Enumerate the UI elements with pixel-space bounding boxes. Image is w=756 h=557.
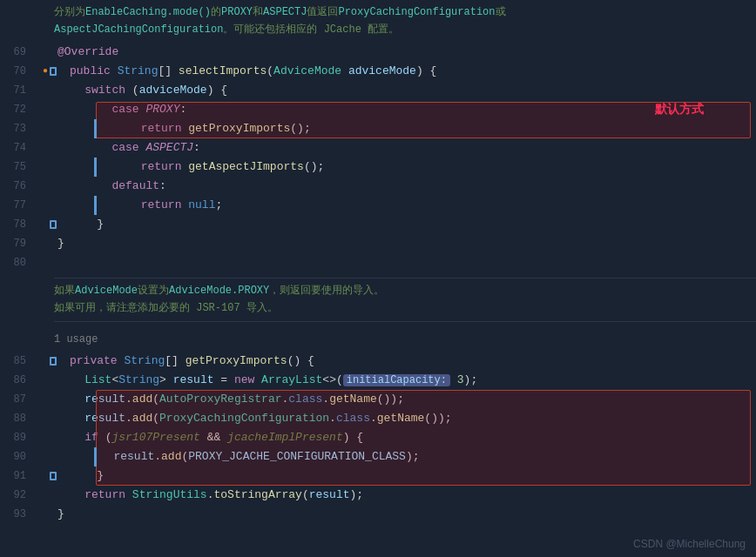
line-content-92: return StringUtils.toStringArray(result)… — [54, 486, 756, 505]
code-line-69: 69 @Override — [0, 43, 756, 62]
code-line-89: 89 if (jsr107Present && jcacheImplPresen… — [0, 428, 756, 447]
line-content-93: } — [54, 505, 756, 524]
line-content-72: case PROXY: — [54, 100, 756, 119]
line-content-75: return getAspectJImports(); — [54, 158, 756, 177]
line-number: 78 — [0, 218, 37, 231]
highlight-block-2: 87 result.add(AutoProxyRegistrar.class.g… — [0, 390, 756, 486]
line-content-86: List<String> result = new ArrayList<>(in… — [54, 371, 756, 390]
bookmark-91 — [50, 472, 57, 480]
line-content-73: return getProxyImports(); — [54, 119, 756, 138]
line-number: 75 — [0, 161, 37, 173]
code-line-72: 72 case PROXY: — [0, 100, 756, 119]
bookmark-85 — [50, 357, 57, 366]
line-number: 87 — [0, 393, 37, 406]
default-label: 默认方式 — [655, 102, 704, 117]
code-line-91: 91 } — [0, 466, 756, 486]
line-number: 73 — [0, 123, 37, 135]
line-number: 92 — [0, 489, 37, 501]
line-content-87: result.add(AutoProxyRegistrar.class.getN… — [54, 390, 756, 409]
code-line-74: 74 case ASPECTJ: — [0, 138, 756, 158]
watermark: CSDN @MichelleChung — [633, 538, 746, 550]
line-content-85: private String[] getProxyImports() { — [54, 352, 756, 371]
code-line-87: 87 result.add(AutoProxyRegistrar.class.g… — [0, 390, 756, 409]
code-line-78: 78 } — [0, 215, 756, 234]
divider-top — [54, 278, 756, 278]
usage-label: 1 usage — [0, 331, 756, 348]
top-comment-line2: AspectJCachingConfiguration。可能还包括相应的 JCa… — [54, 21, 756, 38]
line-content-70: public String[] selectImports(AdviceMode… — [54, 62, 756, 81]
line-content-89: if (jsr107Present && jcacheImplPresent) … — [54, 428, 756, 447]
line-number: 70 — [0, 65, 37, 77]
line-number: 85 — [0, 355, 37, 367]
line-content-71: switch (adviceMode) { — [54, 81, 756, 100]
line-number: 91 — [0, 470, 37, 482]
code-line-76: 76 default: — [0, 177, 756, 196]
blue-left-bar — [94, 119, 97, 138]
line-number: 72 — [0, 104, 37, 116]
line-content-79: } — [54, 234, 756, 253]
code-editor: 分别为EnableCaching.mode()的PROXY和ASPECTJ值返回… — [0, 0, 756, 557]
bottom-comment-line2: 如果可用，请注意添加必要的 JSR-107 导入。 — [54, 299, 756, 317]
code-line-70: 70 ● public String[] selectImports(Advic… — [0, 62, 756, 81]
top-comment-block: 分别为EnableCaching.mode()的PROXY和ASPECTJ值返回… — [0, 0, 756, 43]
line-content-80 — [54, 253, 756, 272]
line-content-78: } — [54, 215, 756, 234]
top-comment-line1: 分别为EnableCaching.mode()的PROXY和ASPECTJ值返回… — [54, 3, 756, 21]
line-number: 71 — [0, 84, 37, 97]
code-line-75: 75 return getAspectJImports(); — [0, 158, 756, 177]
bottom-comment-block: 如果AdviceMode设置为AdviceMode.PROXY，则返回要使用的导… — [0, 272, 756, 327]
line-content-88: result.add(ProxyCachingConfiguration.cla… — [54, 409, 756, 428]
code-line-71: 71 switch (adviceMode) { — [0, 81, 756, 100]
bottom-comment-line1: 如果AdviceMode设置为AdviceMode.PROXY，则返回要使用的导… — [54, 282, 756, 299]
line-number: 77 — [0, 199, 37, 211]
code-line-92: 92 return StringUtils.toStringArray(resu… — [0, 486, 756, 505]
line-content-69: @Override — [54, 43, 756, 62]
line-content-76: default: — [54, 177, 756, 196]
line-number: 86 — [0, 374, 37, 386]
highlight-block-1: 默认方式 72 case PROXY: 73 return getProxyIm… — [0, 100, 756, 138]
line-content-90: result.add(PROXY_JCACHE_CONFIGURATION_CL… — [54, 447, 756, 466]
code-line-93: 93 } — [0, 505, 756, 524]
line-number: 88 — [0, 413, 37, 425]
line-content-74: case ASPECTJ: — [54, 138, 756, 158]
line-number: 80 — [0, 257, 37, 269]
code-line-90: 90 result.add(PROXY_JCACHE_CONFIGURATION… — [0, 447, 756, 466]
line-number: 89 — [0, 432, 37, 444]
line-number: 79 — [0, 238, 37, 250]
line-content-77: return null; — [54, 196, 756, 215]
code-line-80: 80 — [0, 253, 756, 272]
line-number: 76 — [0, 180, 37, 192]
line-number: 93 — [0, 508, 37, 520]
bookmark-78 — [50, 220, 57, 229]
code-line-77: 77 return null; — [0, 196, 756, 215]
blue-left-bar-90 — [94, 447, 97, 466]
code-line-73: 73 return getProxyImports(); — [0, 119, 756, 138]
divider-bottom — [54, 321, 756, 322]
code-line-79: 79 } — [0, 234, 756, 253]
line-number: 69 — [0, 46, 37, 58]
code-line-85: 85 private String[] getProxyImports() { — [0, 352, 756, 371]
blue-left-bar-77 — [94, 196, 97, 215]
blue-left-bar-75 — [94, 158, 97, 177]
code-line-88: 88 result.add(ProxyCachingConfiguration.… — [0, 409, 756, 428]
line-number: 74 — [0, 142, 37, 154]
line-number: 90 — [0, 451, 37, 463]
line-content-91: } — [54, 466, 756, 486]
code-line-86: 86 List<String> result = new ArrayList<>… — [0, 371, 756, 390]
